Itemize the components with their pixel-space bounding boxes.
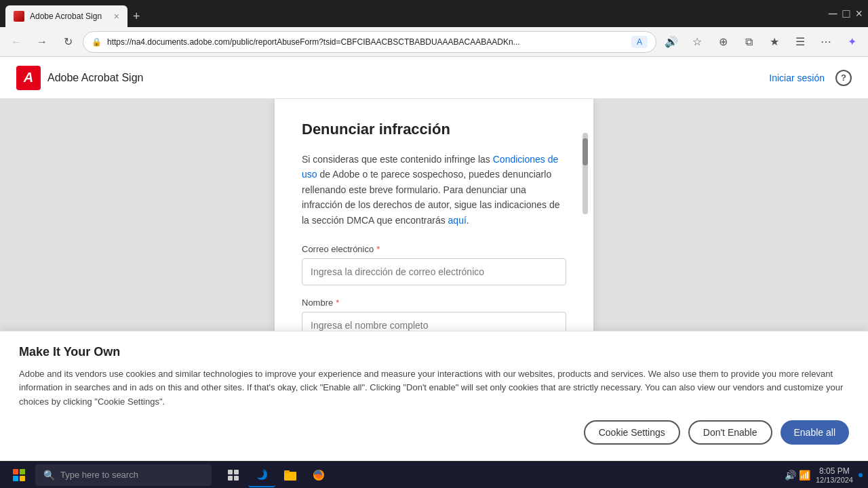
- email-label-text: Correo electrónico: [302, 244, 374, 254]
- dmca-link[interactable]: aquí: [448, 215, 467, 226]
- taskbar-right: 🔊 📶 8:05 PM 12/13/2024: [785, 466, 863, 484]
- refresh-button[interactable]: ↻: [57, 31, 79, 53]
- network-icon[interactable]: 🔊: [785, 470, 796, 481]
- header-right: Iniciar sesión ?: [769, 70, 852, 86]
- main-area: Denunciar infracción Si consideras que e…: [0, 99, 868, 461]
- browser-toolbar: ← → ↻ 🔒 https://na4.documents.adobe.com/…: [0, 27, 868, 57]
- firefox-icon: [312, 468, 326, 482]
- edge-taskbar-item[interactable]: [248, 463, 275, 487]
- email-field-group: Correo electrónico *: [302, 244, 566, 285]
- logo-letter: A: [24, 70, 33, 85]
- dont-enable-button[interactable]: Don't Enable: [688, 420, 772, 445]
- name-label: Nombre *: [302, 298, 566, 308]
- taskbar-search-placeholder: Type here to search: [60, 470, 138, 480]
- scroll-indicator[interactable]: [583, 133, 588, 214]
- page-content: A Adobe Acrobat Sign Iniciar sesión ? De…: [0, 57, 868, 461]
- address-text: https://na4.documents.adobe.com/public/r…: [107, 37, 626, 47]
- tab-favicon: [14, 11, 24, 22]
- collections-button[interactable]: ☰: [789, 31, 811, 53]
- scroll-thumb: [583, 138, 588, 165]
- windows-icon: [13, 469, 25, 481]
- form-description: Si consideras que este contenido infring…: [302, 152, 566, 228]
- forward-button[interactable]: →: [31, 31, 53, 53]
- split-button[interactable]: ⧉: [738, 31, 760, 53]
- enable-all-button[interactable]: Enable all: [781, 420, 850, 445]
- tab-title: Adobe Acrobat Sign: [30, 12, 108, 21]
- cookie-banner-text: Adobe and its vendors use cookies and si…: [19, 367, 849, 409]
- site-header: A Adobe Acrobat Sign Iniciar sesión ?: [0, 57, 868, 99]
- firefox-taskbar-item[interactable]: [305, 463, 332, 487]
- lock-icon: 🔒: [92, 37, 102, 47]
- new-tab-button[interactable]: +: [127, 5, 146, 27]
- file-explorer-taskbar-item[interactable]: [277, 463, 304, 487]
- close-browser-button[interactable]: ×: [855, 7, 863, 21]
- translate-button[interactable]: A: [631, 36, 648, 48]
- start-button[interactable]: [5, 464, 33, 486]
- site-logo: A Adobe Acrobat Sign: [16, 66, 143, 90]
- notification-badge[interactable]: [859, 473, 863, 477]
- cookie-buttons: Cookie Settings Don't Enable Enable all: [19, 420, 849, 445]
- system-tray-icons: 🔊 📶: [785, 470, 810, 481]
- taskbar-search-icon: 🔍: [43, 470, 55, 481]
- name-required-star: *: [336, 298, 339, 308]
- desc-part3: .: [467, 215, 469, 226]
- logo-icon: A: [16, 66, 41, 90]
- extensions-button[interactable]: ⊕: [712, 31, 734, 53]
- clock-time: 8:05 PM: [816, 466, 853, 476]
- svg-rect-0: [228, 470, 233, 474]
- signin-link[interactable]: Iniciar sesión: [769, 73, 825, 83]
- task-view-button[interactable]: [220, 463, 247, 487]
- volume-icon[interactable]: 📶: [799, 470, 810, 481]
- browser-tabs: Adobe Acrobat Sign × +: [5, 0, 146, 27]
- bookmark-button[interactable]: ☆: [686, 31, 708, 53]
- cookie-banner: Make It Your Own Adobe and its vendors u…: [0, 331, 868, 461]
- address-bar[interactable]: 🔒 https://na4.documents.adobe.com/public…: [83, 31, 656, 53]
- svg-rect-1: [234, 470, 239, 474]
- taskbar: 🔍 Type here to search: [0, 461, 868, 488]
- read-aloud-button[interactable]: 🔊: [660, 31, 682, 53]
- copilot-button[interactable]: ✦: [841, 31, 863, 53]
- email-required-star: *: [376, 244, 380, 254]
- edge-icon: [255, 468, 269, 481]
- svg-rect-5: [284, 470, 290, 473]
- minimize-button[interactable]: ─: [829, 7, 837, 21]
- browser-chrome: Adobe Acrobat Sign × + ─ □ ×: [0, 0, 868, 27]
- browser-settings-button[interactable]: ⋯: [815, 31, 837, 53]
- file-explorer-icon: [283, 468, 297, 482]
- email-label: Correo electrónico *: [302, 244, 566, 254]
- desc-part2: de Adobe o te parece sospechoso, puedes …: [302, 169, 560, 225]
- back-button[interactable]: ←: [5, 31, 27, 53]
- site-title: Adobe Acrobat Sign: [47, 72, 143, 84]
- svg-rect-2: [228, 476, 233, 481]
- cookie-settings-button[interactable]: Cookie Settings: [584, 420, 680, 445]
- help-button[interactable]: ?: [835, 70, 852, 86]
- cookie-banner-title: Make It Your Own: [19, 345, 849, 359]
- tab-close-button[interactable]: ×: [114, 11, 119, 22]
- email-input[interactable]: [302, 258, 566, 285]
- task-view-icon: [227, 469, 239, 481]
- taskbar-items: [220, 463, 332, 487]
- desc-part1: Si consideras que este contenido infring…: [302, 154, 493, 165]
- name-label-text: Nombre: [302, 298, 333, 308]
- svg-rect-3: [234, 476, 239, 481]
- restore-button[interactable]: □: [843, 7, 850, 21]
- favorites-button[interactable]: ★: [764, 31, 785, 53]
- clock-date: 12/13/2024: [816, 476, 853, 484]
- active-tab[interactable]: Adobe Acrobat Sign ×: [5, 5, 127, 27]
- taskbar-search-bar[interactable]: 🔍 Type here to search: [35, 464, 212, 486]
- system-clock[interactable]: 8:05 PM 12/13/2024: [816, 466, 853, 484]
- form-title: Denunciar infracción: [302, 121, 566, 138]
